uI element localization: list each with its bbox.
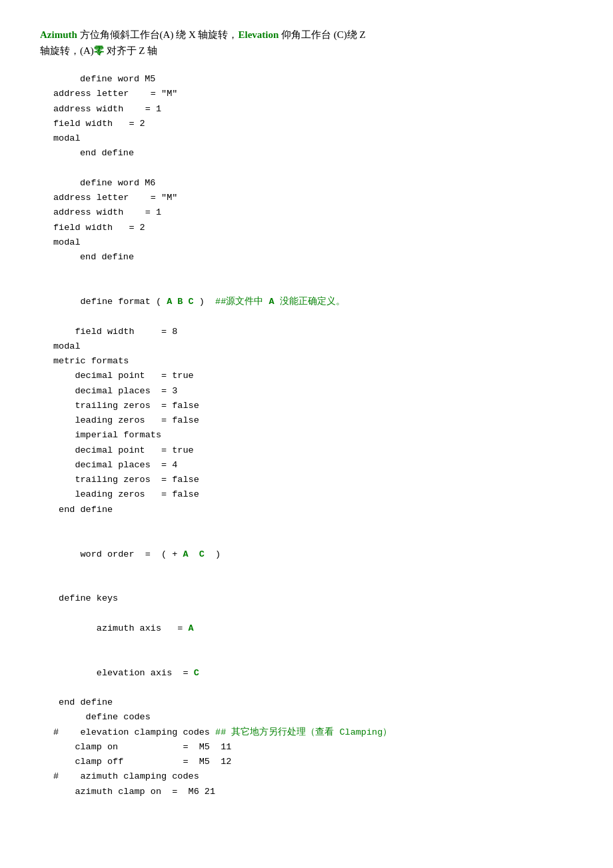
elevation-label: Elevation [239, 29, 279, 40]
intro-text-2: 仰角工作台 (C)绕 Z [279, 29, 365, 40]
clamp-off: clamp off = M5 12 [53, 755, 573, 769]
word-order-close: ) [205, 549, 221, 559]
define-codes: define codes [53, 710, 573, 725]
decimal-point-metric: decimal point = true [53, 369, 573, 383]
define-keys: define keys [53, 591, 573, 606]
address-width-m6: address width = 1 [53, 205, 573, 220]
metric-formats: metric formats [53, 354, 573, 369]
spacer2 [53, 265, 573, 279]
trailing-zeros-imperial: trailing zeros = false [53, 473, 573, 487]
address-letter-m5: address letter = "M" [53, 87, 573, 101]
define-format-label: define format ( [75, 297, 167, 307]
define-m5-indent: define word M5 [80, 72, 573, 87]
elevation-comment: ## 其它地方另行处理（查看 Clamping） [215, 727, 392, 737]
azimuth-axis-text: azimuth axis = [75, 623, 188, 633]
elevation-axis-text: elevation axis = [75, 668, 193, 678]
modal-format: modal [53, 339, 573, 354]
ling-char: 零 [94, 45, 104, 56]
elevation-axis-line: elevation axis = C [53, 651, 573, 695]
end-define-m5: end define [80, 146, 573, 161]
azimuth-clamping-text: azimuth clamping codes [59, 771, 199, 781]
word-order-A: A [183, 549, 188, 559]
modal-m6: modal [53, 235, 573, 250]
format-C-space [183, 297, 188, 307]
code-block: define word M5 address letter = "M" addr… [53, 72, 573, 799]
format-C: C [189, 297, 194, 307]
end-define-format: end define [53, 503, 573, 517]
spacer4 [53, 577, 573, 591]
address-width-m5: address width = 1 [53, 102, 573, 117]
clamp-on: clamp on = M5 11 [53, 740, 573, 755]
modal-m5: modal [53, 131, 573, 146]
trailing-zeros-metric: trailing zeros = false [53, 399, 573, 413]
leading-zeros-metric: leading zeros = false [53, 413, 573, 428]
intro-line2-end: 对齐于 Z 轴 [104, 45, 157, 56]
azimuth-axis-line: azimuth axis = A [53, 607, 573, 651]
end-define-keys: end define [53, 695, 573, 710]
field-width-m5: field width = 2 [53, 117, 573, 131]
decimal-places-imperial: decimal places = 4 [53, 458, 573, 473]
field-width-m6: field width = 2 [53, 221, 573, 235]
define-format-line: define format ( A B C ) ##源文件中 A 没能正确定义。 [53, 280, 573, 325]
field-width-format: field width = 8 [53, 325, 573, 339]
format-close: ) [194, 297, 215, 307]
spacer1 [53, 161, 573, 176]
format-comment: ##源文件中 A 没能正确定义。 [215, 297, 345, 307]
decimal-places-metric: decimal places = 3 [53, 384, 573, 399]
elevation-clamping-text: elevation clamping codes [59, 727, 215, 737]
intro-text-1: 方位角倾斜工作台(A) 绕 X 轴旋转， [77, 29, 239, 40]
intro-paragraph: Azimuth 方位角倾斜工作台(A) 绕 X 轴旋转，Elevation 仰角… [40, 27, 573, 59]
decimal-point-imperial: decimal point = true [53, 443, 573, 458]
imperial-formats: imperial formats [53, 428, 573, 443]
define-m6-indent: define word M6 [80, 176, 573, 191]
hash1: # [53, 727, 59, 737]
azimuth-clamp-on: azimuth clamp on = M6 21 [53, 785, 573, 799]
word-order-space [189, 549, 199, 559]
word-order-C: C [199, 549, 205, 559]
hash2: # [53, 771, 59, 781]
spacer3 [53, 517, 573, 532]
azimuth-clamping-line: # azimuth clamping codes [53, 769, 573, 784]
azimuth-label: Azimuth [40, 29, 77, 40]
azimuth-axis-A: A [189, 623, 194, 633]
word-order-text: word order = ( + [75, 549, 183, 559]
elevation-axis-C: C [194, 668, 199, 678]
address-letter-m6: address letter = "M" [53, 191, 573, 205]
word-order-line: word order = ( + A C ) [53, 532, 573, 577]
leading-zeros-imperial: leading zeros = false [53, 487, 573, 502]
intro-line2: 轴旋转，(A) [40, 45, 94, 56]
elevation-clamping-line: # elevation clamping codes ## 其它地方另行处理（查… [53, 725, 573, 740]
end-define-m6: end define [80, 250, 573, 265]
